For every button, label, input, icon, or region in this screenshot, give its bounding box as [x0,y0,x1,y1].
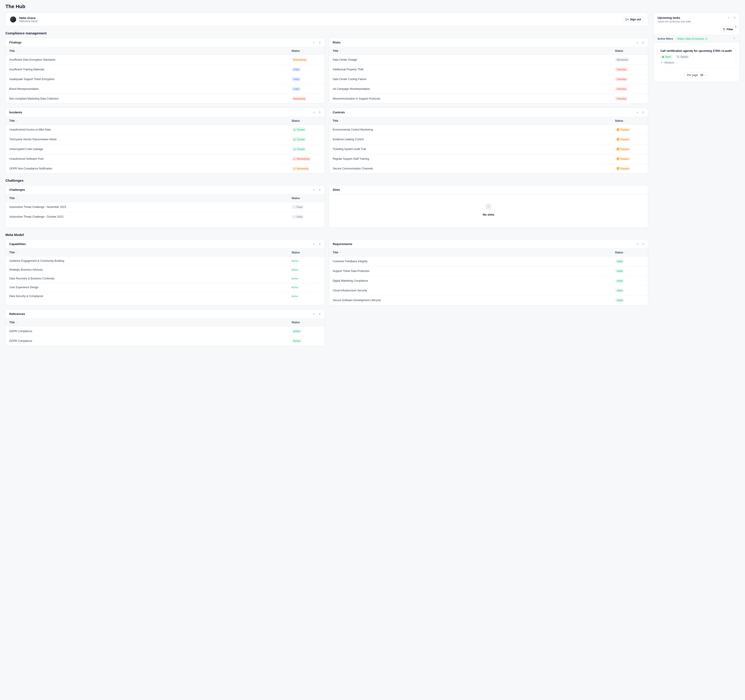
col-status[interactable]: Status [292,119,321,122]
table-row[interactable]: Unauthorized Access to M&A DataClosed [6,125,325,135]
panel-challenges: ChallengesTitle Status Automotive Threat… [5,185,325,228]
table-row[interactable]: Support Ticket Data ProtectionInitial [329,266,648,276]
panel-title: Incidents [9,111,22,114]
table-row[interactable]: Digital Marketing ComplianceInitial [329,276,648,286]
col-status[interactable]: Status [615,49,644,52]
col-status[interactable]: Status [292,251,321,254]
col-title[interactable]: Title [333,119,615,122]
list-icon[interactable] [318,41,321,44]
table-row[interactable]: Ad Campaign MisinterpretationOverdue [329,84,648,94]
col-title[interactable]: Title [333,49,615,52]
table-row[interactable]: Secure Software Development LifecycleIni… [329,295,648,305]
col-status[interactable]: Status [615,119,644,122]
list-icon[interactable] [641,243,644,246]
add-icon[interactable] [312,41,316,44]
status-badge: Final [292,215,304,219]
row-title: Secure Software Development Lifecycle [333,299,615,302]
table-row[interactable]: Unencrypted Code LeakageClosed [6,144,325,154]
list-icon[interactable] [641,41,644,44]
col-status[interactable]: Status [615,251,644,254]
col-title[interactable]: Title [9,196,292,200]
col-title[interactable]: Title [9,49,292,52]
add-icon[interactable] [312,312,316,316]
status-badge: Final [292,205,304,209]
chip-remove-icon[interactable]: ✕ [705,37,707,40]
table-row[interactable]: Data Recovery & Business ContinuityActiv… [6,274,325,283]
status-badge: Closed [292,127,306,132]
table-row[interactable]: Miscommunication in Support ProtocolsOve… [329,94,648,103]
table-row[interactable]: Third-party Vendor Ransomware AttackClos… [6,135,325,144]
clear-filters-icon[interactable] [733,37,736,40]
table-row[interactable]: Audience Engagement & Community Building… [6,256,325,265]
status-badge: Remedying [292,58,308,62]
table-row[interactable]: Regular Support Staff TrainingPaused [329,154,648,164]
table-row[interactable]: GDPR ComplianceActive [6,336,325,346]
status-badge: Initial [292,77,301,81]
table-row[interactable]: Strategic Business AdvisoryActive [6,265,325,274]
filter-chip[interactable]: Status: Open & Overdue ✕ [675,37,709,41]
hello-sub: Welcome back! [19,19,38,23]
col-title[interactable]: Title [333,251,615,254]
list-icon[interactable] [318,243,321,246]
col-title[interactable]: Title [9,119,292,122]
row-title: Secure Communication Channels [333,167,615,170]
list-icon[interactable] [318,188,321,191]
table-row[interactable]: Secure Communication ChannelsPaused [329,164,648,173]
table-row[interactable]: Intellectual Property TheftOverdue [329,65,648,75]
list-icon[interactable] [641,111,644,114]
col-title[interactable]: Title [9,321,292,324]
col-status[interactable]: Status [292,196,321,200]
table-row[interactable]: Environmental Control MonitoringPaused [329,125,648,135]
table-row[interactable]: Automotive Threat Challenge - November 2… [6,202,325,212]
task-item[interactable]: Call certification agendy for upcoming 2… [657,46,736,67]
table-row[interactable]: Data Center Cooling FailureOverdue [329,75,648,84]
active-filters-label: Active filters [657,37,673,40]
per-page-label: Per page [687,73,698,77]
col-title[interactable]: Title [9,251,292,254]
row-title: Non-compliant Marketing Data Collection [9,97,292,100]
col-status[interactable]: Status [292,49,321,52]
add-icon[interactable] [312,188,316,191]
table-row[interactable]: Non-compliant Marketing Data CollectionR… [6,94,325,103]
table-row[interactable]: Customer Feedback IntegrityInitial [329,256,648,266]
table-row[interactable]: Data Center OutageMonitored [329,55,648,65]
table-row[interactable]: Data Security & ComplianceActive [6,292,325,300]
col-status[interactable]: Status [292,321,321,324]
empty-icon [485,203,492,210]
status-badge: Initial [615,279,624,283]
table-row[interactable]: GDPR ComplianceActive [6,327,325,336]
tasks-list-icon[interactable] [733,16,736,19]
table-row[interactable]: Automotive Threat Challenge - October 20… [6,212,325,222]
status-badge: Overdue [615,77,628,81]
panel-risks: RisksTitle Status Data Center OutageMoni… [329,38,648,103]
tasks-add-icon[interactable] [727,16,730,19]
table-row[interactable]: User Experience DesignActive [6,283,325,292]
table-row[interactable]: Insufficient Training MaterialsInitial [6,65,325,75]
table-row[interactable]: Unauthorized Software PushRemedying [6,154,325,164]
status-badge: Initial [615,269,624,273]
table-row[interactable]: Brand MisrepresentationInitial [6,84,325,94]
table-row[interactable]: Cloud Infrastructure SecurityInitial [329,286,648,295]
status-badge: Reviewing [292,166,310,171]
table-row[interactable]: GDPR Non-Compliance NotificationReviewin… [6,164,325,173]
add-icon[interactable] [312,243,316,246]
page-title: The Hub [5,4,740,9]
per-page-value: 10 [700,73,703,77]
panel-title-slots: Slots [333,188,340,191]
status-badge: Initial [615,288,624,292]
filter-button[interactable]: Filter 1 [720,27,736,32]
list-icon[interactable] [318,312,321,316]
table-row[interactable]: Inadequate Support Ticket EncryptionInit… [6,75,325,84]
table-row[interactable]: Evidence Leaking ControlPaused [329,135,648,144]
add-icon[interactable] [636,41,639,44]
add-icon[interactable] [636,243,639,246]
table-row[interactable]: Ticketing System Audit TrailPaused [329,144,648,154]
signout-button[interactable]: Sign out [622,16,644,22]
add-icon[interactable] [312,111,316,114]
avatar [10,16,16,23]
list-icon[interactable] [318,111,321,114]
row-title: Insufficient Data Encryption Standards [9,58,292,61]
per-page-select[interactable]: Per page 10 [684,72,709,78]
add-icon[interactable] [636,111,639,114]
table-row[interactable]: Insufficient Data Encryption StandardsRe… [6,55,325,65]
